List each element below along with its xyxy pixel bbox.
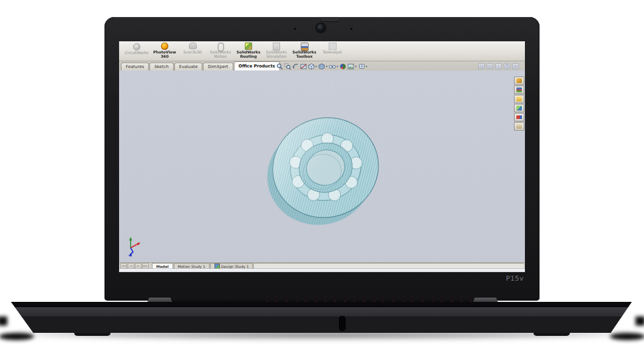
tab-dimxpert[interactable]: DimXpert <box>203 63 233 70</box>
window-close-button[interactable]: × <box>512 63 519 69</box>
toolbar-item-label: SolidWorks Toolbox <box>291 50 318 58</box>
scanto3d-icon <box>189 43 197 49</box>
window-restore-button[interactable]: ❒ <box>504 63 510 69</box>
shadow-blob <box>0 316 7 326</box>
toolbar-item-tolanalyst[interactable]: TolAnalyst <box>318 43 346 55</box>
zoom-to-area-icon[interactable] <box>284 63 291 70</box>
laptop-base <box>11 302 632 333</box>
apply-scene-icon[interactable] <box>348 63 355 70</box>
toolbar-item-solidworks-motion[interactable]: SolidWorks Motion <box>207 43 235 59</box>
task-pane-tab-solidworks-resources[interactable] <box>514 77 524 85</box>
lid-open-notch <box>339 316 346 331</box>
tab-evaluate[interactable]: Evaluate <box>174 63 203 70</box>
view-orientation-icon[interactable] <box>307 63 315 70</box>
dropdown-arrow-icon[interactable]: ▾ <box>366 64 368 68</box>
tab-office-products[interactable]: Office Products <box>234 61 280 70</box>
window-controls: □ □ – ❒ × <box>478 63 519 69</box>
task-pane-tab-file-explorer[interactable] <box>514 95 524 103</box>
task-pane-tab-custom-properties[interactable] <box>514 122 524 131</box>
toolbar-item-photoview-360[interactable]: PhotoView 360 <box>151 43 179 59</box>
toolbar-item-circuitworks[interactable]: CircuitWorks <box>123 43 151 55</box>
task-pane-tab-design-library[interactable] <box>514 86 524 94</box>
toolbar-item-label: SolidWorks Simulation <box>263 50 290 58</box>
window-minimize-button[interactable]: – <box>495 63 502 69</box>
viewport-3d[interactable] <box>119 70 525 262</box>
status-bar <box>119 268 525 272</box>
webcam-shutter <box>321 17 339 22</box>
laptop-model-label: P15v <box>506 275 524 282</box>
dropdown-arrow-icon[interactable]: ▾ <box>326 64 328 68</box>
window-button-pane[interactable]: □ <box>487 63 493 69</box>
toolbar-item-solidworks-simulation[interactable]: SolidWorks Simulation <box>262 43 290 59</box>
heads-up-view-toolbar: ▾ ▾ ▾ ▾ ▾ <box>276 63 368 70</box>
toolbar-item-label: SolidWorks Motion <box>207 50 234 58</box>
shadow-blob <box>610 333 644 340</box>
dropdown-arrow-icon[interactable]: ▾ <box>315 64 317 68</box>
base-front-face <box>11 316 632 333</box>
edit-appearance-icon[interactable] <box>340 63 347 70</box>
toolbar-item-solidworks-routing[interactable]: SolidWorks Routing <box>235 43 262 59</box>
circuitworks-icon <box>133 43 140 50</box>
solidworks-resources-icon <box>516 78 522 83</box>
solidworks-simulation-icon <box>273 43 280 50</box>
toolbar-item-label: TolAnalyst <box>319 50 346 55</box>
microphone-dot <box>351 28 352 30</box>
microphone-dot <box>294 28 296 30</box>
toolbar-item-label: ScanTo3D <box>179 50 206 55</box>
custom-properties-icon <box>516 124 522 129</box>
dropdown-arrow-icon[interactable]: ▾ <box>337 64 338 68</box>
photoview-360-icon <box>161 43 168 50</box>
design-library-icon <box>516 87 522 92</box>
task-pane-tab-view-palette[interactable] <box>514 104 524 112</box>
toolbar-item-solidworks-toolbox[interactable]: SolidWorks Toolbox <box>290 43 318 59</box>
solidworks-routing-icon <box>245 43 252 50</box>
tolanalyst-icon <box>329 43 337 50</box>
toolbar-item-label: CircuitWorks <box>123 51 150 55</box>
view-settings-icon[interactable] <box>358 63 365 70</box>
page-canvas: { "laptop": { "model_label": "P15v" }, "… <box>0 0 644 362</box>
section-view-icon[interactable] <box>300 63 307 70</box>
view-palette-icon <box>516 106 522 111</box>
tab-sketch[interactable]: Sketch <box>149 63 174 70</box>
previous-view-icon[interactable] <box>292 63 299 70</box>
appearances-icon <box>516 115 522 120</box>
zoom-to-fit-icon[interactable] <box>276 63 283 70</box>
shadow-blob <box>635 316 644 326</box>
display-style-icon[interactable] <box>318 63 326 70</box>
laptop-screen: CircuitWorks PhotoView 360 ScanTo3D Soli… <box>119 41 525 272</box>
bearing-model[interactable] <box>267 109 384 226</box>
file-explorer-icon <box>516 97 522 101</box>
task-pane-tab-appearances[interactable] <box>514 113 524 121</box>
window-button-menu[interactable]: □ <box>478 63 485 69</box>
toolbar-item-scanto3d[interactable]: ScanTo3D <box>179 43 207 55</box>
task-pane-tab-strip <box>514 77 524 131</box>
base-front-chamfer <box>11 307 632 317</box>
tab-features[interactable]: Features <box>121 63 149 70</box>
command-tab-strip: Features Sketch Evaluate DimXpert Office… <box>119 61 525 71</box>
dropdown-arrow-icon[interactable]: ▾ <box>355 64 357 68</box>
base-top-edge <box>11 302 632 307</box>
toolbar-item-label: PhotoView 360 <box>151 50 178 58</box>
webcam-icon <box>317 24 325 32</box>
shadow-blob <box>0 333 34 340</box>
command-toolbar: CircuitWorks PhotoView 360 ScanTo3D Soli… <box>119 41 525 61</box>
hide-show-items-icon[interactable] <box>329 63 336 70</box>
toolbar-item-label: SolidWorks Routing <box>235 50 262 58</box>
reference-triad-icon <box>125 236 143 258</box>
